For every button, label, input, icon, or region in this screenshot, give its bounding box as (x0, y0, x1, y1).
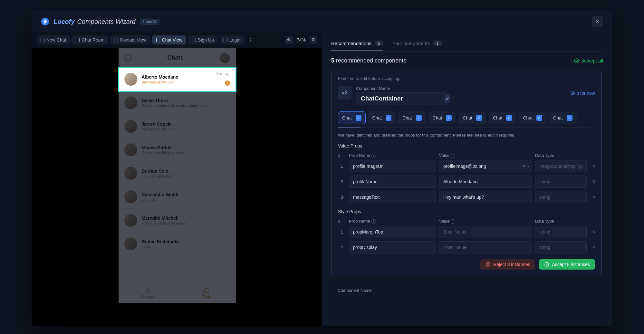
variant-chip[interactable]: Chat✓ (489, 111, 516, 124)
plus-icon: + (124, 54, 131, 62)
variant-chip[interactable]: Chat✓ (398, 111, 426, 124)
chat-row[interactable]: Moana GarberGather everything we need (119, 138, 236, 162)
tab-label: Sign Up (198, 37, 214, 43)
scroll-area[interactable]: Feel free to edit before accepting. #2 C… (331, 70, 603, 326)
prop-value-input[interactable] (439, 176, 532, 188)
variant-label: Chat (463, 115, 472, 120)
row-number: 3 (338, 195, 346, 200)
svg-point-3 (574, 59, 579, 63)
variant-chip[interactable]: Chat✓ (458, 111, 486, 124)
chat-row-highlighted[interactable]: Alberto Moedano Hey man what's up? 3 min… (119, 68, 236, 91)
variant-chip[interactable]: Chat✓ (428, 111, 456, 124)
reject-instances-button[interactable]: Reject 8 instances (480, 259, 535, 270)
file-icon (114, 38, 118, 42)
nav-label: Chats (202, 295, 211, 299)
zoom-controls: 74% (285, 36, 317, 44)
chat-row[interactable]: Burhan SoloTry again later dud (119, 162, 236, 185)
chat-row[interactable]: Ruben Kishimotoready (119, 232, 236, 256)
chat-row[interactable]: Celso ThornScheduled it for 6, be on the… (119, 91, 236, 115)
variant-label: Chat (493, 115, 503, 120)
right-tabs: Recommendations 5 Your components 1 (331, 37, 603, 52)
tab-new-chat[interactable]: New Chat (37, 35, 70, 44)
remove-row-icon[interactable]: × (590, 244, 598, 250)
check-icon: ✓ (446, 115, 452, 121)
close-circle-icon (485, 262, 491, 267)
variant-chip[interactable]: Chat✓ (549, 111, 577, 124)
tab-chat-room[interactable]: Chat Room (72, 35, 108, 44)
more-tabs-icon[interactable]: ⋮ (246, 36, 255, 44)
chat-row[interactable]: Meredith MitchellTomorrow night we're go… (119, 209, 236, 232)
check-icon: ✓ (536, 115, 542, 121)
chat-message: Try again later dud (142, 174, 230, 178)
prop-value-input[interactable] (439, 191, 532, 203)
info-icon: i (371, 154, 376, 158)
remove-row-icon[interactable]: × (590, 194, 598, 200)
tab-chat-view[interactable]: Chat View (152, 35, 187, 44)
chat-name: Moana Garber (142, 145, 230, 150)
remove-row-icon[interactable]: × (590, 179, 598, 185)
preview-canvas[interactable]: + Chats Alberto Moedano Hey man what's u… (32, 48, 322, 326)
chat-row[interactable]: Jarrett CapelaNot sure if I will, bank (119, 115, 236, 138)
remove-row-icon[interactable]: × (590, 229, 598, 235)
variants-row: Chat✓ Chat✓ Chat✓ Chat✓ Chat✓ Chat✓ Chat… (338, 111, 595, 124)
accept-instances-button[interactable]: Accept 8 instances (539, 259, 595, 270)
contacts-icon (145, 288, 151, 294)
file-icon (224, 38, 227, 42)
prop-name-input[interactable] (349, 160, 436, 172)
prop-type-input[interactable] (535, 191, 587, 203)
tab-login[interactable]: Login (220, 35, 244, 44)
prop-name-input[interactable] (349, 176, 436, 188)
tab-recommendations[interactable]: Recommendations 5 (331, 37, 383, 51)
dropdown-caret-icon[interactable]: ▾ (527, 165, 529, 168)
variant-label: Chat (433, 115, 442, 120)
prop-name-input[interactable] (349, 226, 436, 238)
prop-type-input[interactable] (535, 160, 587, 172)
check-circle-icon (574, 58, 580, 64)
zoom-in-button[interactable] (310, 36, 317, 44)
tab-your-components[interactable]: Your components 1 (392, 37, 442, 51)
rec-summary: 5 recommended components Accept all (331, 52, 603, 70)
tab-contact-view[interactable]: Contact View (110, 35, 150, 44)
edit-name-button[interactable] (445, 94, 450, 103)
variant-chip[interactable]: Chat✓ (519, 111, 546, 124)
tab-label: Login (229, 37, 240, 43)
chat-row[interactable]: Cassandra Smithyou rock (119, 185, 236, 209)
locofy-logo-icon (41, 18, 49, 25)
prop-type-input[interactable] (535, 241, 587, 253)
chat-message: you rock (142, 198, 230, 202)
close-button[interactable] (592, 16, 603, 27)
prop-name-input[interactable] (349, 241, 436, 253)
remove-row-icon[interactable]: × (590, 163, 598, 169)
accept-all-button[interactable]: Accept all (574, 58, 603, 64)
clear-value-icon[interactable]: × (521, 163, 527, 169)
avatar (124, 120, 137, 133)
rec-count-text: 5 recommended components (331, 57, 406, 64)
phone-header: + Chats (119, 48, 236, 68)
variant-chip[interactable]: Chat✓ (338, 111, 366, 124)
tab-sign-up[interactable]: Sign Up (188, 35, 218, 44)
modal-body: New Chat Chat Room Contact View Chat Vie… (32, 32, 612, 326)
check-circle-icon (544, 262, 549, 267)
component-name-input[interactable] (361, 95, 442, 102)
skip-for-now-link[interactable]: Skip for now (570, 86, 595, 96)
variant-label: Chat (523, 115, 533, 120)
prop-value-input[interactable] (439, 226, 532, 238)
svg-point-5 (545, 262, 549, 266)
prop-value-input[interactable] (439, 241, 532, 253)
chat-name: Celso Thorn (142, 98, 230, 103)
check-icon: ✓ (416, 115, 422, 121)
prop-name-input[interactable] (349, 191, 436, 203)
zoom-out-button[interactable] (285, 36, 293, 44)
prop-type-input[interactable] (535, 176, 587, 188)
card-actions: Reject 8 instances Accept 8 instances (338, 259, 595, 270)
props-description: We have identified and prefilled the pro… (338, 133, 595, 138)
zoom-value: 74% (295, 37, 307, 43)
variant-chip[interactable]: Chat✓ (368, 111, 396, 124)
tab-label: Recommendations (331, 41, 371, 46)
prop-type-input[interactable] (535, 226, 587, 238)
col-type: Data Type (535, 153, 587, 158)
prop-value-input[interactable] (439, 160, 521, 172)
rec-count-number: 5 (331, 57, 334, 64)
row-number: 1 (338, 229, 346, 234)
variants-scrollbar[interactable] (338, 127, 595, 128)
